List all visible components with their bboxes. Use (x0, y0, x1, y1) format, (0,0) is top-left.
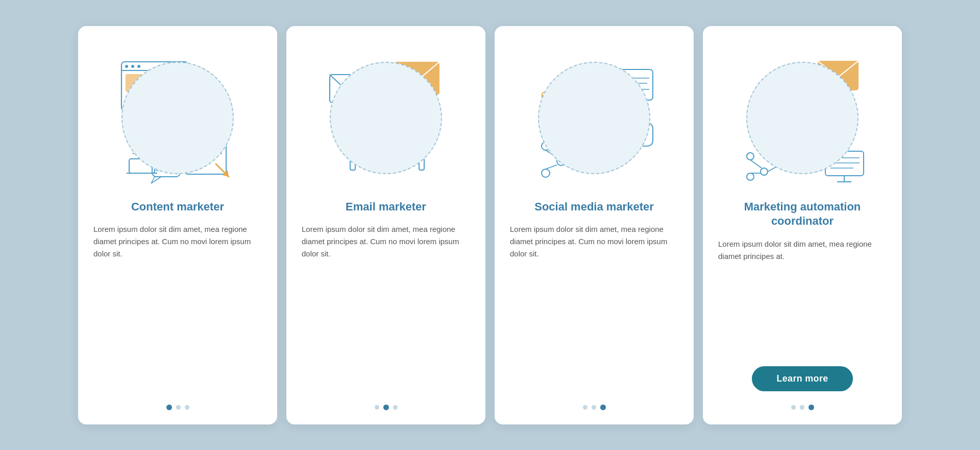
card-marketing-automation-coordinator: Marketing automation coordinator Lorem i… (703, 26, 902, 424)
card-content-marketer: Content marketer Lorem ipsum dolor sit d… (78, 26, 277, 424)
dot-1-1 (166, 405, 172, 410)
svg-line-66 (546, 165, 557, 169)
dot-1-3 (185, 405, 189, 410)
dashed-circle-2 (330, 62, 442, 174)
svg-point-64 (542, 169, 550, 177)
dashed-circle-1 (121, 62, 234, 174)
card-2-dots (375, 405, 398, 410)
svg-marker-26 (151, 177, 161, 183)
illustration-content-marketer (93, 41, 262, 195)
card-4-body: Lorem ipsum dolor sit dim amet, mea regi… (718, 238, 887, 357)
card-email-marketer: Email marketer Lorem ipsum dolor sit dim… (286, 26, 485, 424)
card-3-title: Social media marketer (534, 200, 654, 215)
card-3-dots (583, 405, 606, 410)
cards-container: Content marketer Lorem ipsum dolor sit d… (58, 6, 922, 445)
dot-4-1 (791, 405, 796, 410)
dot-2-3 (393, 405, 398, 410)
dot-3-1 (583, 405, 587, 410)
learn-more-button[interactable]: Learn more (752, 366, 852, 391)
svg-point-88 (747, 153, 754, 160)
svg-point-2 (125, 65, 128, 68)
card-social-media-marketer: Social media marketer Lorem ipsum dolor … (495, 26, 694, 424)
svg-point-89 (761, 168, 768, 175)
card-2-body: Lorem ipsum dolor sit dim amet, mea regi… (302, 223, 470, 391)
illustration-social-media-marketer (510, 41, 678, 195)
illustration-email-marketer (302, 41, 470, 195)
card-1-body: Lorem ipsum dolor sit dim amet, mea regi… (93, 223, 262, 391)
dashed-circle-3 (538, 62, 650, 174)
dot-1-2 (176, 405, 181, 410)
dashed-circle-4 (746, 62, 859, 174)
dot-3-2 (592, 405, 596, 410)
dot-2-2 (383, 405, 389, 410)
svg-line-91 (750, 160, 762, 168)
card-1-title: Content marketer (131, 200, 224, 215)
card-1-dots (166, 405, 189, 410)
svg-point-3 (131, 65, 134, 68)
svg-point-90 (747, 173, 754, 180)
dot-4-2 (800, 405, 804, 410)
dot-4-3 (808, 405, 814, 410)
illustration-marketing-automation (718, 41, 887, 195)
card-2-title: Email marketer (346, 200, 426, 215)
card-3-body: Lorem ipsum dolor sit dim amet, mea regi… (510, 223, 678, 391)
dot-2-1 (375, 405, 379, 410)
card-4-dots (791, 405, 814, 410)
card-4-title: Marketing automation coordinator (718, 200, 887, 229)
dot-3-3 (600, 405, 606, 410)
svg-point-4 (137, 65, 140, 68)
